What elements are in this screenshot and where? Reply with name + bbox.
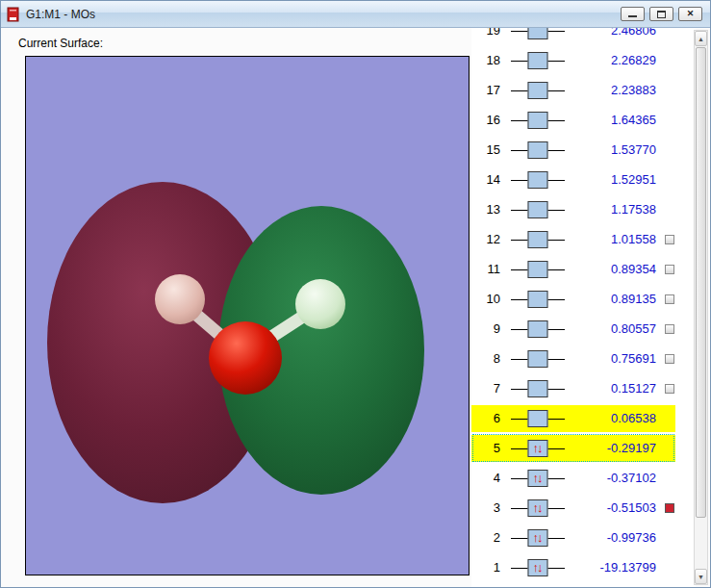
virtual-orbital-box[interactable]	[528, 141, 548, 159]
mo-energy-value: -19.13799	[568, 560, 656, 575]
mo-display-checkbox[interactable]	[665, 384, 674, 394]
mo-number: 16	[471, 113, 500, 127]
mo-display-checkbox[interactable]	[665, 294, 674, 304]
occupied-orbital-box[interactable]: ↑↓	[528, 529, 548, 547]
mo-row-9[interactable]: 90.80557	[471, 314, 675, 344]
mo-level-icon[interactable]	[510, 200, 566, 219]
virtual-orbital-box[interactable]	[528, 112, 548, 129]
scrollbar-track[interactable]	[695, 46, 707, 569]
mo-level-icon[interactable]	[510, 111, 566, 130]
virtual-orbital-box[interactable]	[528, 320, 548, 338]
mo-row-1[interactable]: 1↑↓-19.13799	[471, 552, 675, 582]
mo-level-icon[interactable]	[510, 379, 566, 398]
mo-level-icon[interactable]	[510, 141, 566, 160]
virtual-orbital-box[interactable]	[528, 28, 548, 39]
mo-energy-value: 1.01558	[568, 232, 656, 246]
mo-level-icon[interactable]	[510, 28, 566, 40]
mo-energy-value: -0.37102	[568, 471, 656, 485]
virtual-orbital-box[interactable]	[528, 201, 548, 218]
occupied-orbital-box[interactable]: ↑↓	[528, 440, 548, 457]
mo-display-checkbox[interactable]	[665, 235, 674, 244]
mo-display-checkbox[interactable]	[665, 503, 674, 513]
mo-number: 7	[471, 381, 500, 396]
mo-level-icon[interactable]: ↑↓	[510, 558, 566, 577]
mo-energy-value: -0.51503	[568, 500, 656, 515]
mo-level-icon[interactable]	[510, 409, 566, 428]
mo-row-12[interactable]: 121.01558	[471, 224, 675, 254]
mo-row-18[interactable]: 182.26829	[471, 45, 675, 75]
mo-level-icon[interactable]	[510, 260, 566, 279]
mo-row-11[interactable]: 110.89354	[471, 254, 675, 284]
mo-row-14[interactable]: 141.52951	[471, 165, 675, 194]
mo-energy-value: 1.17538	[568, 202, 656, 217]
electron-down-arrow-icon: ↓	[537, 442, 544, 454]
virtual-orbital-box[interactable]	[528, 380, 548, 397]
mo-row-4[interactable]: 4↑↓-0.37102	[471, 463, 675, 493]
mo-row-10[interactable]: 100.89135	[471, 284, 675, 314]
mo-row-19[interactable]: 192.46806	[471, 28, 675, 45]
mo-energy-value: 0.89354	[568, 262, 656, 276]
mo-energy-value: 0.80557	[568, 321, 656, 336]
mo-number: 4	[471, 471, 500, 485]
mo-level-icon[interactable]	[510, 320, 566, 339]
mo-list-scrollbar[interactable]: ▲ ▼	[694, 30, 708, 585]
virtual-orbital-box[interactable]	[528, 171, 548, 189]
virtual-orbital-box[interactable]	[528, 231, 548, 248]
mo-level-icon[interactable]	[510, 290, 566, 309]
scroll-down-button[interactable]: ▼	[695, 569, 707, 584]
virtual-orbital-box[interactable]	[528, 261, 548, 278]
close-button[interactable]: ✕	[678, 7, 702, 21]
mo-number: 8	[471, 351, 500, 366]
hydrogen-atom-1	[155, 274, 205, 324]
mo-row-15[interactable]: 151.53770	[471, 135, 675, 165]
mo-row-7[interactable]: 70.15127	[471, 373, 675, 403]
scroll-up-button[interactable]: ▲	[695, 31, 707, 46]
mo-level-icon[interactable]: ↑↓	[510, 499, 566, 518]
mo-display-checkbox[interactable]	[665, 265, 674, 274]
mo-energy-value: -0.29197	[568, 441, 656, 455]
mo-level-icon[interactable]: ↑↓	[510, 469, 566, 488]
virtual-orbital-box[interactable]	[528, 82, 548, 99]
virtual-orbital-box[interactable]	[528, 350, 548, 368]
restore-button[interactable]	[649, 7, 673, 21]
occupied-orbital-box[interactable]: ↑↓	[528, 470, 548, 487]
minimize-button[interactable]	[621, 7, 645, 21]
mo-row-6[interactable]: 60.06538	[471, 403, 675, 433]
mo-number: 10	[471, 292, 500, 306]
mo-level-icon[interactable]	[510, 170, 566, 190]
molecule-viewport[interactable]	[25, 56, 470, 575]
mo-level-icon[interactable]	[510, 81, 566, 100]
mo-row-17[interactable]: 172.23883	[471, 75, 675, 105]
virtual-orbital-box[interactable]	[528, 410, 548, 427]
mo-row-5[interactable]: 5↑↓-0.29197	[471, 433, 675, 463]
restore-icon	[657, 11, 666, 18]
current-surface-label: Current Surface:	[18, 37, 103, 50]
mo-display-checkbox[interactable]	[665, 354, 674, 364]
mo-row-3[interactable]: 3↑↓-0.51503	[471, 493, 675, 523]
mo-level-icon[interactable]	[510, 349, 566, 369]
mo-row-16[interactable]: 161.64365	[471, 105, 675, 135]
occupied-orbital-box[interactable]: ↑↓	[528, 499, 548, 517]
mo-number: 1	[471, 560, 500, 575]
virtual-orbital-box[interactable]	[528, 291, 548, 308]
mo-energy-value: 0.89135	[568, 292, 656, 306]
mo-display-checkbox[interactable]	[665, 324, 674, 334]
scrollbar-thumb[interactable]	[696, 47, 706, 518]
mo-level-icon[interactable]	[510, 51, 566, 70]
mo-number: 18	[471, 53, 500, 67]
mo-row-2[interactable]: 2↑↓-0.99736	[471, 523, 675, 552]
mo-window: G1:M1 - MOs ✕ Current Surface:	[0, 0, 711, 588]
close-icon: ✕	[687, 10, 695, 18]
virtual-orbital-box[interactable]	[528, 52, 548, 69]
mo-level-icon[interactable]: ↑↓	[510, 439, 566, 458]
mo-number: 17	[471, 83, 500, 97]
mo-row-8[interactable]: 80.75691	[471, 344, 675, 373]
titlebar[interactable]: G1:M1 - MOs ✕	[1, 1, 710, 28]
mo-row-13[interactable]: 131.17538	[471, 194, 675, 224]
mo-energy-value: 0.06538	[568, 411, 656, 425]
mo-number: 9	[471, 321, 500, 336]
occupied-orbital-box[interactable]: ↑↓	[528, 559, 548, 576]
mo-level-icon[interactable]: ↑↓	[510, 528, 566, 548]
mo-number: 11	[471, 262, 500, 276]
mo-level-icon[interactable]	[510, 230, 566, 249]
